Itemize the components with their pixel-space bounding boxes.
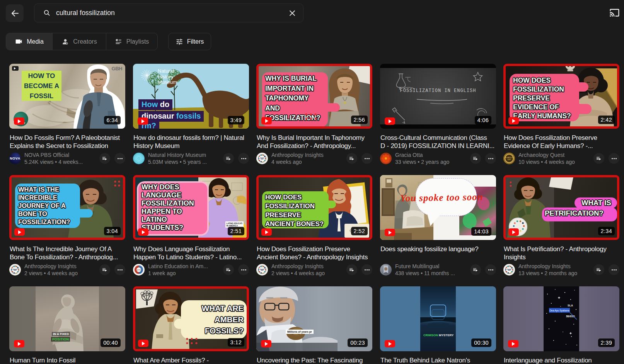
svg-text:SLA: SLA xyxy=(568,304,573,307)
svg-text:QUEST: QUEST xyxy=(508,159,511,160)
svg-text:ARCHAEOLOGY: ARCHAEOLOGY xyxy=(505,157,513,158)
svg-text:Dea Ayu Syabana: Dea Ayu Syabana xyxy=(549,309,569,312)
svg-text:LATINO: LATINO xyxy=(136,269,141,271)
